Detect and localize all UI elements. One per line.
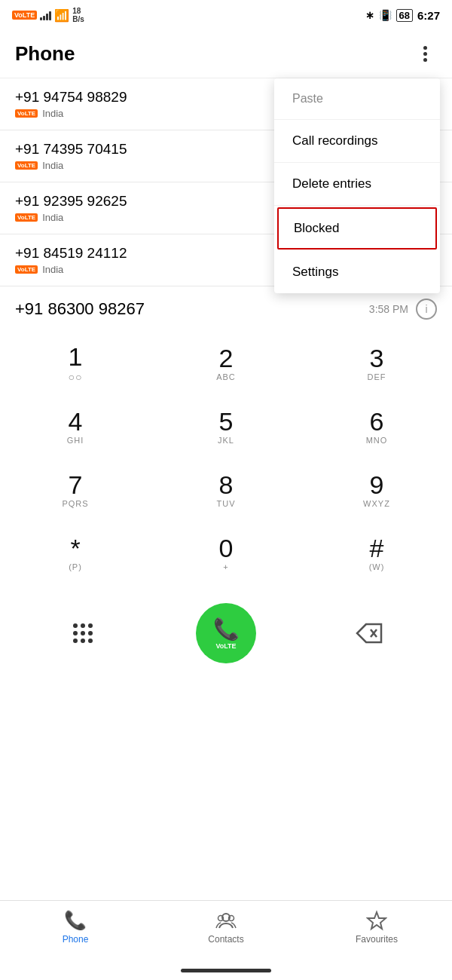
call-country-4: India xyxy=(42,264,63,275)
dropdown-settings[interactable]: Settings xyxy=(274,251,440,293)
volte-indicator: VoLTE xyxy=(12,11,37,20)
call-country-2: India xyxy=(42,160,63,171)
nav-phone-label: Phone xyxy=(63,934,89,945)
volte-badge-4: VoLTE xyxy=(15,265,38,274)
battery-icon: 68 xyxy=(396,9,413,22)
dialpad-row-4: * (P) 0 + # (W) xyxy=(0,523,452,583)
key-7[interactable]: 7 PQRS xyxy=(15,460,136,520)
key-star[interactable]: * (P) xyxy=(15,523,136,583)
nav-phone[interactable]: 📞 Phone xyxy=(45,910,105,945)
bottom-actions: 📞 VoLTE xyxy=(0,594,452,672)
display-right: 3:58 PM i xyxy=(369,299,437,320)
contacts-grid-button[interactable] xyxy=(60,611,105,656)
volte-badge-1: VoLTE xyxy=(15,109,38,118)
key-9[interactable]: 9 WXYZ xyxy=(316,460,437,520)
dialpad-row-3: 7 PQRS 8 TUV 9 WXYZ xyxy=(0,460,452,520)
call-time: 3:58 PM xyxy=(369,303,408,315)
key-6[interactable]: 6 MNO xyxy=(316,397,437,457)
dropdown-blocked[interactable]: Blocked xyxy=(277,207,437,250)
key-3[interactable]: 3 DEF xyxy=(316,333,437,394)
call-button[interactable]: 📞 VoLTE xyxy=(196,603,256,663)
dropdown-delete-entries[interactable]: Delete entries xyxy=(274,163,440,206)
bar2 xyxy=(43,16,45,20)
backspace-icon xyxy=(356,623,383,644)
key-hash[interactable]: # (W) xyxy=(316,523,437,583)
dialpad-row-2: 4 GHI 5 JKL 6 MNO xyxy=(0,397,452,457)
dialpad: 1 ○○ 2 ABC 3 DEF 4 GHI 5 JKL 6 MNO 7 PQR… xyxy=(0,326,452,594)
status-bar: VoLTE 📶 18B/s ∗ 📳 68 6:27 xyxy=(0,0,452,30)
bottom-nav: 📞 Phone Contacts Favourites xyxy=(0,900,452,953)
vibrate-icon: 📳 xyxy=(379,9,392,21)
more-options-button[interactable] xyxy=(413,42,437,66)
wifi-icon: 📶 xyxy=(54,8,69,23)
call-country-1: India xyxy=(42,108,63,119)
key-4[interactable]: 4 GHI xyxy=(15,397,136,457)
clock: 6:27 xyxy=(417,9,440,22)
dropdown-menu: Paste Call recordings Delete entries Blo… xyxy=(274,78,440,293)
contacts-nav-icon xyxy=(215,910,237,931)
call-phone-icon: 📞 xyxy=(213,617,240,642)
bar4 xyxy=(49,11,51,20)
volte-badge-2: VoLTE xyxy=(15,161,38,170)
nav-favourites[interactable]: Favourites xyxy=(347,910,407,945)
signal-bars xyxy=(40,10,51,20)
bluetooth-icon: ∗ xyxy=(365,9,374,21)
key-2[interactable]: 2 ABC xyxy=(166,333,286,394)
status-left: VoLTE 📶 18B/s xyxy=(12,7,84,23)
key-0[interactable]: 0 + xyxy=(166,523,286,583)
svg-marker-5 xyxy=(368,912,386,929)
volte-badge-3: VoLTE xyxy=(15,213,38,222)
data-speed: 18B/s xyxy=(72,7,84,23)
key-8[interactable]: 8 TUV xyxy=(166,460,286,520)
phone-nav-icon: 📞 xyxy=(64,910,87,931)
call-btn-label: VoLTE xyxy=(215,642,236,650)
nav-contacts-label: Contacts xyxy=(208,934,243,945)
dialpad-row-1: 1 ○○ 2 ABC 3 DEF xyxy=(0,333,452,394)
backspace-button[interactable] xyxy=(347,611,392,656)
key-5[interactable]: 5 JKL xyxy=(166,397,286,457)
dropdown-call-recordings[interactable]: Call recordings xyxy=(274,120,440,163)
info-button[interactable]: i xyxy=(416,299,437,320)
nav-contacts[interactable]: Contacts xyxy=(196,910,256,945)
key-1[interactable]: 1 ○○ xyxy=(15,333,136,394)
dropdown-paste[interactable]: Paste xyxy=(274,78,440,120)
app-bar: Phone xyxy=(0,30,452,78)
app-title: Phone xyxy=(15,42,75,66)
bar1 xyxy=(40,17,42,20)
nav-favourites-label: Favourites xyxy=(356,934,398,945)
display-number: +91 86300 98267 xyxy=(15,299,145,319)
home-indicator xyxy=(181,969,271,972)
favourites-nav-icon xyxy=(366,910,387,931)
status-right: ∗ 📳 68 6:27 xyxy=(365,9,441,22)
bar3 xyxy=(46,14,48,20)
call-country-3: India xyxy=(42,212,63,223)
